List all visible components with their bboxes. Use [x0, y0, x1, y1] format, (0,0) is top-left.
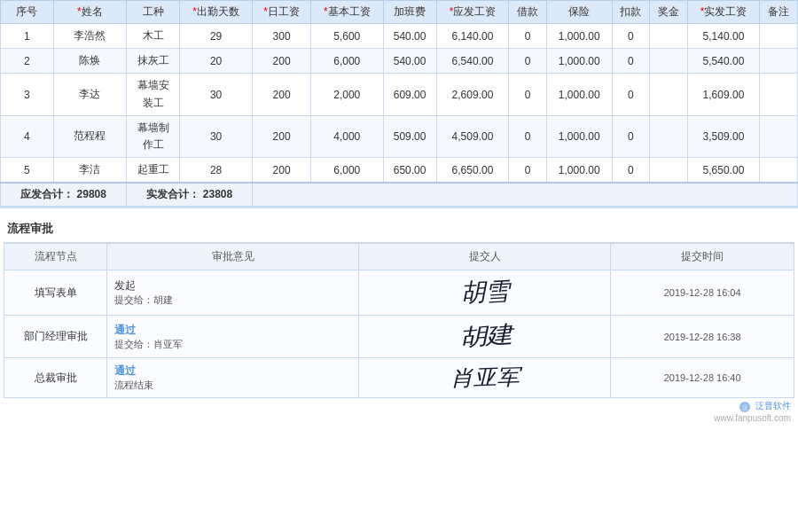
main-container: 序号 *姓名 工种 *出勤天数 *日工资 *基本工资 加班费 *应发工资 借款 … — [0, 0, 798, 532]
cell-basic: 6,000 — [310, 158, 383, 184]
cell-seq: 5 — [1, 158, 54, 184]
cell-note — [760, 24, 798, 49]
approval-row: 填写表单 发起 提交给：胡建 胡雪 2019-12-28 16:04 — [4, 270, 794, 316]
watermark-area: 泛 泛普软件 www.fanpusoft.com — [4, 398, 794, 424]
approval-submitter: 胡建 — [359, 316, 611, 358]
cell-days: 20 — [179, 49, 253, 74]
cell-daily: 200 — [253, 115, 310, 157]
watermark-brand: 泛 泛普软件 — [739, 401, 791, 411]
cell-insurance: 1,000.00 — [546, 115, 612, 157]
approval-comment: 发起 提交给：胡建 — [107, 270, 359, 316]
cell-days: 30 — [179, 74, 253, 115]
cell-bonus — [650, 74, 688, 115]
cell-loan: 0 — [509, 115, 547, 157]
watermark-url: www.fanpusoft.com — [714, 413, 791, 423]
approval-node: 部门经理审批 — [4, 316, 107, 358]
cell-type: 抹灰工 — [127, 49, 180, 74]
col-header-insurance: 保险 — [546, 1, 612, 24]
cell-note — [760, 74, 798, 115]
cell-overtime: 540.00 — [383, 24, 436, 49]
cell-daily: 200 — [253, 74, 310, 115]
col-header-seq: 序号 — [1, 1, 54, 24]
table-row: 4 范程程 幕墙制作工 30 200 4,000 509.00 4,509.00… — [1, 115, 798, 157]
cell-seq: 4 — [1, 115, 54, 157]
approval-comment: 通过 流程结束 — [107, 358, 359, 398]
cell-actual: 5,650.00 — [687, 158, 760, 184]
cell-type: 木工 — [127, 24, 180, 49]
approval-status-init: 发起 — [114, 279, 136, 292]
summary-empty — [253, 183, 798, 207]
cell-deduction: 0 — [612, 74, 650, 115]
cell-note — [760, 115, 798, 157]
cell-actual: 1,609.00 — [687, 74, 760, 115]
salary-table: 序号 *姓名 工种 *出勤天数 *日工资 *基本工资 加班费 *应发工资 借款 … — [0, 0, 798, 207]
col-header-actual: *实发工资 — [687, 1, 760, 24]
cell-name: 李洁 — [53, 158, 127, 184]
cell-loan: 0 — [509, 74, 547, 115]
cell-overtime: 509.00 — [383, 115, 436, 157]
col-header-type: 工种 — [127, 1, 180, 24]
approval-time: 2019-12-28 16:40 — [611, 358, 794, 398]
cell-deduction: 0 — [612, 158, 650, 184]
cell-bonus — [650, 24, 688, 49]
cell-name: 陈焕 — [53, 49, 127, 74]
cell-due: 6,540.00 — [436, 49, 509, 74]
cell-note — [760, 49, 798, 74]
cell-overtime: 609.00 — [383, 74, 436, 115]
cell-type: 幕墙安装工 — [127, 74, 180, 115]
approval-status: 通过 — [114, 364, 136, 377]
svg-text:泛: 泛 — [742, 404, 748, 411]
approval-submitter: 肖亚军 — [359, 358, 611, 398]
approval-col-node: 流程节点 — [4, 244, 107, 270]
cell-basic: 6,000 — [310, 49, 383, 74]
summary-row: 应发合计： 29808 实发合计： 23808 — [1, 183, 798, 207]
col-header-due: *应发工资 — [436, 1, 509, 24]
table-row: 1 李浩然 木工 29 300 5,600 540.00 6,140.00 0 … — [1, 24, 798, 49]
table-row: 2 陈焕 抹灰工 20 200 6,000 540.00 6,540.00 0 … — [1, 49, 798, 74]
cell-insurance: 1,000.00 — [546, 49, 612, 74]
cell-days: 28 — [179, 158, 253, 184]
cell-bonus — [650, 158, 688, 184]
approval-node: 填写表单 — [4, 270, 107, 316]
approval-table: 流程节点 审批意见 提交人 提交时间 填写表单 发起 提交给：胡建 胡雪 201… — [4, 243, 794, 398]
col-header-loan: 借款 — [509, 1, 547, 24]
approval-submitter: 胡雪 — [359, 270, 611, 316]
cell-deduction: 0 — [612, 115, 650, 157]
summary-due-label: 应发合计： 29808 — [1, 183, 127, 207]
col-header-days: *出勤天数 — [179, 1, 253, 24]
cell-loan: 0 — [509, 24, 547, 49]
cell-daily: 200 — [253, 158, 310, 184]
cell-name: 李浩然 — [53, 24, 127, 49]
cell-due: 6,650.00 — [436, 158, 509, 184]
cell-deduction: 0 — [612, 24, 650, 49]
cell-seq: 2 — [1, 49, 54, 74]
cell-name: 范程程 — [53, 115, 127, 157]
approval-time: 2019-12-28 16:38 — [611, 316, 794, 358]
approval-col-comment: 审批意见 — [107, 244, 359, 270]
approval-sub: 流程结束 — [114, 379, 153, 390]
col-header-name: *姓名 — [53, 1, 127, 24]
cell-bonus — [650, 115, 688, 157]
cell-basic: 4,000 — [310, 115, 383, 157]
col-header-overtime: 加班费 — [383, 1, 436, 24]
approval-col-submitter: 提交人 — [359, 244, 611, 270]
cell-type: 起重工 — [127, 158, 180, 184]
col-header-note: 备注 — [760, 1, 798, 24]
cell-bonus — [650, 49, 688, 74]
cell-actual: 3,509.00 — [687, 115, 760, 157]
cell-due: 6,140.00 — [436, 24, 509, 49]
cell-note — [760, 158, 798, 184]
table-header-row: 序号 *姓名 工种 *出勤天数 *日工资 *基本工资 加班费 *应发工资 借款 … — [1, 1, 798, 24]
cell-insurance: 1,000.00 — [546, 24, 612, 49]
cell-insurance: 1,000.00 — [546, 74, 612, 115]
approval-col-time: 提交时间 — [611, 244, 794, 270]
col-header-deduction: 扣款 — [612, 1, 650, 24]
cell-overtime: 650.00 — [383, 158, 436, 184]
salary-table-wrapper: 序号 *姓名 工种 *出勤天数 *日工资 *基本工资 加班费 *应发工资 借款 … — [0, 0, 798, 208]
cell-days: 29 — [179, 24, 253, 49]
cell-loan: 0 — [509, 49, 547, 74]
cell-insurance: 1,000.00 — [546, 158, 612, 184]
approval-comment: 通过 提交给：肖亚军 — [107, 316, 359, 358]
col-header-bonus: 奖金 — [650, 1, 688, 24]
approval-row: 部门经理审批 通过 提交给：肖亚军 胡建 2019-12-28 16:38 — [4, 316, 794, 358]
